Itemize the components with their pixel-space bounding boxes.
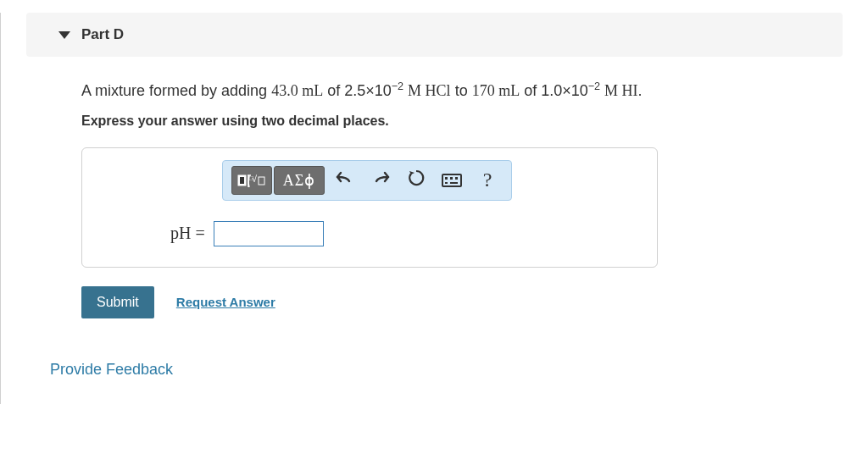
question-of2: of (524, 82, 541, 99)
question-suffix: . (638, 82, 643, 99)
greek-label: ΑΣϕ (283, 171, 315, 190)
svg-text:√: √ (252, 174, 258, 184)
reset-button[interactable] (401, 166, 431, 195)
answer-box: □ √ ΑΣϕ (81, 147, 658, 268)
part-header[interactable]: Part D (26, 13, 843, 57)
variable-label: pH = (170, 224, 205, 243)
variable-name: pH (170, 224, 191, 242)
templates-icon: □ √ (237, 172, 266, 189)
conc1-base: 2.5×10 (344, 82, 392, 99)
help-button[interactable]: ? (472, 166, 503, 195)
svg-rect-4 (259, 177, 264, 185)
question-mid: to (455, 82, 472, 99)
caret-down-icon (58, 31, 70, 39)
content-area: A mixture formed by adding 43.0 mL of 2.… (1, 57, 868, 318)
actions-row: Submit Request Answer (81, 286, 843, 318)
question-unit2: M HI (604, 82, 638, 99)
keyboard-button[interactable] (437, 166, 467, 195)
instruction-text: Express your answer using two decimal pl… (81, 113, 843, 129)
templates-button[interactable]: □ √ (231, 166, 272, 195)
submit-button[interactable]: Submit (81, 286, 154, 318)
toolbar-button-group: □ √ ΑΣϕ (231, 166, 325, 195)
redo-button[interactable] (365, 166, 396, 195)
conc1-exp: −2 (392, 80, 403, 92)
question-of1: of (327, 82, 344, 99)
question-unit1: M HCl (408, 82, 451, 99)
undo-icon (336, 169, 354, 191)
answer-input[interactable] (214, 221, 324, 246)
question-conc2: 1.0×10−2 (541, 82, 604, 99)
redo-icon (371, 169, 390, 191)
request-answer-link[interactable]: Request Answer (176, 295, 275, 309)
answer-row: pH = (82, 213, 657, 267)
undo-button[interactable] (330, 166, 360, 195)
page-container: Part D A mixture formed by adding 43.0 m… (0, 13, 868, 404)
provide-feedback-link[interactable]: Provide Feedback (50, 361, 868, 379)
question-prefix: A mixture formed by adding (81, 82, 271, 99)
equals-sign: = (195, 224, 204, 242)
help-icon: ? (483, 169, 492, 191)
svg-rect-1 (240, 177, 244, 184)
question-vol2: 170 mL (472, 82, 520, 99)
greek-button[interactable]: ΑΣϕ (274, 166, 325, 195)
part-title: Part D (81, 26, 124, 42)
reset-icon (407, 169, 426, 191)
equation-toolbar: □ √ ΑΣϕ (222, 160, 512, 201)
conc2-base: 1.0×10 (541, 82, 588, 99)
keyboard-icon (442, 174, 462, 187)
question-conc1: 2.5×10−2 (344, 82, 408, 99)
question-vol1: 43.0 mL (271, 82, 323, 99)
question-text: A mixture formed by adding 43.0 mL of 2.… (81, 78, 843, 103)
conc2-exp: −2 (588, 80, 600, 92)
